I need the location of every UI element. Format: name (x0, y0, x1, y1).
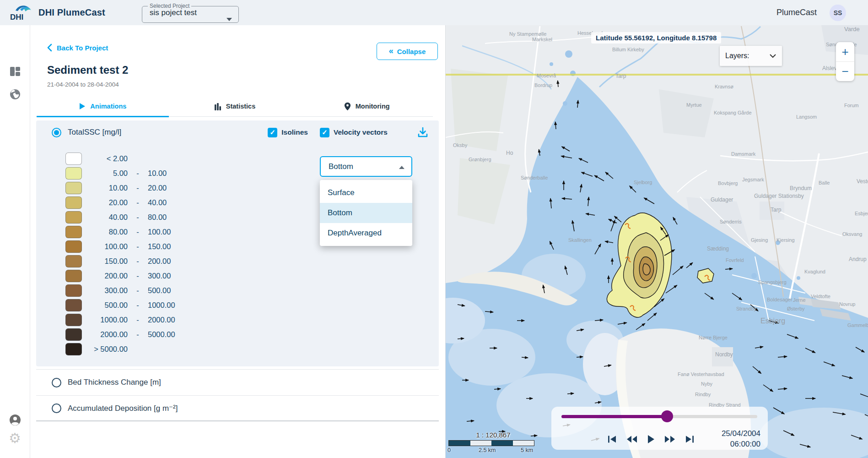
layer-label-totalssc: TotalSSC [mg/l] (68, 128, 121, 137)
legend-range-text: - (128, 184, 148, 192)
scale-bar (448, 440, 534, 446)
time-slider-thumb[interactable] (661, 410, 673, 422)
skip-to-start-button[interactable] (607, 435, 617, 443)
legend-range-text: 1000.00 (82, 316, 128, 324)
legend-range-text: 200.00 (82, 272, 128, 280)
legend-range-text: 5.00 (82, 169, 128, 178)
back-to-project-link[interactable]: Back To Project (47, 44, 108, 52)
zoom-out-button[interactable]: − (836, 62, 854, 81)
map-place-label: Ny Stampemølle (509, 31, 546, 37)
depth-option-bottom[interactable]: Bottom (320, 203, 412, 223)
depth-select[interactable]: Bottom (320, 156, 412, 177)
map-place-label: Østerby (787, 306, 805, 311)
playback-panel: 25/04/2004 06:00:00 (551, 407, 768, 450)
legend-row: 2000.00-5000.00 (65, 328, 201, 341)
legend-row: 150.00-200.00 (65, 255, 201, 267)
dhi-logo-icon: DHI (9, 3, 33, 22)
legend-row: 300.00-500.00 (65, 284, 201, 297)
legend-swatch (65, 343, 82, 355)
map-place-label: Balle (819, 180, 830, 185)
map-place-label: Sønderris (720, 219, 742, 224)
map-place-label: Esbjerg (855, 211, 868, 216)
legend-row: 5.00-10.00 (65, 167, 201, 180)
map-place-label: Skallingen (568, 237, 592, 243)
isolines-checkbox[interactable]: ✓ (268, 128, 277, 137)
globe-icon[interactable] (9, 88, 21, 102)
legend-swatch (65, 299, 82, 311)
tab-bar: Animations Statistics Monitoring (37, 96, 433, 117)
legend-row: 80.00-100.00 (65, 226, 201, 238)
map-place-label: Esbjerg (760, 317, 785, 325)
user-menu[interactable]: PlumeCast (776, 8, 817, 17)
map-place-label: Oksby (453, 142, 468, 148)
map-place-label: Boldesager (767, 297, 793, 302)
time-slider[interactable] (561, 415, 757, 418)
time-slider-fill (561, 415, 667, 418)
radio-totalssc[interactable] (52, 128, 61, 137)
map-place-label: Tarp (771, 207, 782, 213)
legend-swatch (65, 153, 82, 165)
tab-animations[interactable]: Animations (37, 96, 169, 116)
app-header: DHI DHI PlumeCast Selected Project sis p… (0, 0, 868, 25)
legend-range-text: - (128, 301, 148, 310)
legend-range-text: 5000.00 (148, 330, 201, 339)
avatar[interactable]: SS (830, 5, 846, 21)
map-place-label: Myrtue (686, 102, 702, 108)
project-select[interactable]: Selected Project sis poject test (142, 3, 239, 23)
depth-option-surface[interactable]: Surface (320, 183, 412, 203)
play-button[interactable] (647, 435, 655, 444)
map-view[interactable]: Ny StampemølleMarkskelHesselmedBillum Ki… (446, 25, 868, 458)
map-place-label: Markskel (532, 37, 552, 42)
tab-statistics[interactable]: Statistics (169, 96, 301, 116)
location-pin-icon (344, 102, 351, 111)
legend-swatch (65, 255, 82, 267)
zoom-in-button[interactable]: + (836, 42, 854, 61)
layer-row-bed-thickness[interactable]: Bed Thickness Change [m] (36, 369, 439, 395)
tab-monitoring[interactable]: Monitoring (301, 96, 433, 116)
account-icon[interactable] (9, 414, 22, 428)
legend-swatch (65, 211, 82, 224)
legend-range-text: 150.00 (148, 242, 201, 251)
timestep-time: 06:00:00 (722, 439, 760, 450)
legend-row: > 5000.00 (65, 343, 201, 355)
map-place-label: Vester Nebel (857, 178, 868, 185)
legend-range-text: > 5000.00 (82, 345, 128, 354)
velocity-vectors-checkbox[interactable]: ✓ (320, 128, 329, 137)
chevron-left-icon (47, 44, 52, 52)
map-place-label: Varde (844, 26, 860, 33)
skip-to-end-button[interactable] (685, 435, 695, 443)
legend-swatch (65, 240, 82, 253)
download-button[interactable] (417, 126, 429, 139)
map-place-label: Gammelby (847, 322, 868, 328)
depth-option-depthaveraged[interactable]: DepthAveraged (320, 223, 412, 243)
isolines-option: ✓ Isolines (268, 128, 308, 137)
dashboard-icon[interactable] (9, 65, 21, 79)
collapse-button[interactable]: « Collapse (377, 43, 438, 60)
timestep-datetime: 25/04/2004 06:00:00 (722, 429, 760, 450)
legend-range-text: - (128, 228, 148, 236)
layers-dropdown[interactable]: Layers: (720, 46, 782, 66)
map-place-label: Kokspang Gårde (714, 110, 752, 115)
chevron-up-icon (399, 166, 404, 169)
legend-range-text: 2000.00 (82, 330, 128, 339)
map-place-label: Guldager (711, 196, 733, 203)
map-place-label: Nordby (715, 351, 733, 358)
map-place-label: Tarp (615, 73, 626, 79)
map-place-label: Fanø Vesterhavsbad (678, 371, 724, 377)
radio-accumulated-deposition[interactable] (52, 403, 61, 413)
legend-range-text: 10.00 (82, 184, 128, 192)
map-scale: 1 : 120,867 0 2.5 km 5 km (447, 431, 539, 454)
legend-range-text: - (128, 169, 148, 178)
radio-bed-thickness[interactable] (52, 378, 61, 387)
legend-range-text: - (128, 330, 148, 339)
gear-icon[interactable]: ⚙ (9, 430, 21, 446)
map-place-label: Andrup (849, 256, 867, 262)
map-place-label: Veldtofte (811, 294, 830, 299)
map-place-label: Fovrfeld (726, 257, 744, 263)
color-legend: < 2.005.00-10.0010.00-20.0020.00-40.0040… (65, 153, 201, 358)
fast-forward-button[interactable] (664, 435, 675, 443)
legend-range-text: 40.00 (82, 213, 128, 222)
layer-row-accumulated-deposition[interactable]: Accumulated Deposition [g m⁻²] (36, 395, 439, 421)
legend-range-text: 80.00 (148, 213, 201, 222)
rewind-button[interactable] (626, 435, 637, 443)
